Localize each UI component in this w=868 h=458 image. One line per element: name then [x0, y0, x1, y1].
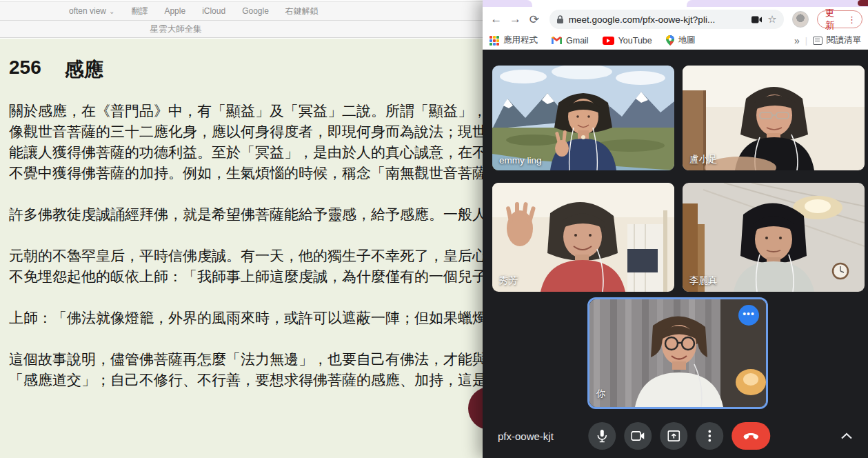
bookmark-youtube[interactable]: YouTube [603, 36, 652, 46]
maps-pin-icon [666, 35, 674, 46]
doc-line: 許多佛教徒虔誠誦經拜佛，就是希望佛菩薩能給予靈感，給予感應。一般人也 [9, 206, 501, 222]
favorite-google[interactable]: Google [242, 6, 269, 16]
video-feed [492, 183, 674, 292]
doc-line: 不覺中獲得佛菩薩的加持。例如，生氣煩惱的時候，稱念「南無觀世音菩薩」 [9, 165, 501, 181]
video-tile-lu-xiao-zu[interactable]: 盧小足 [683, 66, 865, 170]
video-tile-self[interactable]: ••• 你 [587, 297, 768, 409]
participant-name: emmy ling [499, 155, 542, 166]
inactive-tab[interactable] [687, 0, 868, 7]
youtube-icon [603, 37, 614, 45]
bookmarks-bar: 應用程式 Gmail YouTube 地圖 » | [483, 32, 868, 50]
divider: | [805, 36, 807, 46]
tile-options-button[interactable]: ••• [738, 305, 759, 326]
chapter-number: 256 [9, 57, 41, 83]
participant-name: 你 [596, 388, 606, 400]
bookmark-maps[interactable]: 地圖 [666, 34, 696, 46]
browser-toolbar: ← → ⟳ meet.google.com/pfx-oowe-kjt?pli..… [483, 7, 868, 32]
reading-list-button[interactable]: 閱讀清單 [813, 34, 861, 46]
chevron-up-icon[interactable] [840, 432, 853, 439]
url-text[interactable]: meet.google.com/pfx-oowe-kjt?pli... [569, 14, 747, 25]
end-call-icon [743, 433, 758, 439]
tab-title[interactable]: 星雲大師全集 [0, 21, 352, 38]
end-call-button[interactable] [731, 422, 770, 450]
profile-avatar[interactable] [792, 11, 809, 28]
more-vertical-icon [708, 430, 711, 442]
update-label: 更新 [825, 7, 843, 32]
bookmark-gmail[interactable]: Gmail [552, 36, 589, 46]
camera-permission-icon[interactable] [751, 16, 763, 23]
participant-name: 秀芳 [499, 275, 518, 287]
participant-name: 李麗真 [689, 275, 718, 287]
participant-name: 盧小足 [689, 153, 718, 166]
present-screen-icon [667, 430, 680, 441]
lock-icon [556, 15, 564, 24]
bookmark-apps[interactable]: 應用程式 [489, 34, 538, 46]
doc-line: 「感應道交」；自己不修行、不行善，要想求得佛菩薩的感應、加持，這是不 [9, 372, 501, 388]
screen: often view⌄ 翻譯 Apple iCloud Google 右鍵解鎖 … [0, 0, 868, 458]
corner-accent [858, 0, 868, 6]
chrome-tabstrip [483, 0, 868, 7]
favorite-unlock[interactable]: 右鍵解鎖 [285, 6, 319, 17]
video-tile-xiu-fang[interactable]: 秀芳 [492, 183, 674, 292]
doc-line: 這個故事說明，儘管佛菩薩再怎麼「法力無邊」，也要自己有佛法，才能與佛 [9, 351, 501, 367]
chrome-update-button[interactable]: 更新 ⋮ [817, 10, 862, 28]
chevron-down-icon: ⌄ [109, 8, 114, 15]
favorite-often-view[interactable]: often view⌄ [69, 6, 114, 16]
video-tile-emmy-ling[interactable]: emmy ling [492, 66, 674, 170]
browser-menu-icon[interactable]: ⋮ [847, 14, 856, 25]
doc-line: 上師：「佛法就像燈籠，外界的風雨來時，或許可以遮蔽一陣；但如果蠟燭自 [9, 310, 501, 326]
microphone-icon [597, 430, 607, 443]
inactive-tab[interactable] [483, 0, 532, 7]
bookmark-star-icon[interactable]: ☆ [767, 13, 776, 26]
meet-call-area: emmy ling [483, 50, 868, 458]
back-icon[interactable]: ← [488, 12, 505, 26]
reload-icon[interactable]: ⟳ [526, 12, 543, 27]
camera-icon [631, 431, 645, 441]
more-options-button[interactable] [696, 422, 723, 450]
favorite-apple[interactable]: Apple [164, 6, 185, 16]
chapter-title: 感應 [65, 57, 103, 83]
address-bar[interactable]: meet.google.com/pfx-oowe-kjt?pli... ☆ [549, 10, 784, 29]
meeting-code: pfx-oowe-kjt [498, 430, 554, 442]
meet-control-bar: pfx-oowe-kjt [483, 414, 868, 458]
doc-line: 不免埋怨起他的皈依上師：「我師事上師這麼虔誠，為什麼僅有的一個兒子也 [9, 268, 501, 284]
present-screen-button[interactable] [660, 422, 687, 450]
favorite-icloud[interactable]: iCloud [202, 6, 225, 16]
bookmarks-overflow-icon[interactable]: » [794, 35, 800, 46]
doc-line: 能讓人獲得佛菩薩的功德利益。至於「冥益」，是由於人的真心誠意，在不知 [9, 144, 501, 160]
doc-line: 元朝的不魯罕皇后，平時信佛虔誠。有一天，他的獨生子不幸死了，皇后心裡 [9, 248, 501, 263]
microphone-button[interactable] [588, 422, 616, 450]
camera-button[interactable] [624, 422, 652, 450]
apps-grid-icon [489, 36, 499, 46]
doc-line: 像觀世音菩薩的三十二應化身，應以何身得度者，即現何身而為說法；現世就 [9, 123, 501, 139]
reading-list-icon [813, 37, 822, 45]
forward-icon[interactable]: → [507, 12, 524, 26]
doc-line: 關於感應，在《普門品》中，有「顯益」及「冥益」二說。所謂「顯益」，就 [9, 103, 501, 119]
call-controls [588, 422, 770, 450]
favorite-translate[interactable]: 翻譯 [131, 6, 148, 17]
gmail-icon [552, 37, 562, 44]
meet-browser-window: ← → ⟳ meet.google.com/pfx-oowe-kjt?pli..… [483, 0, 868, 458]
video-tile-li-li-zhen[interactable]: 李麗真 [683, 183, 865, 292]
